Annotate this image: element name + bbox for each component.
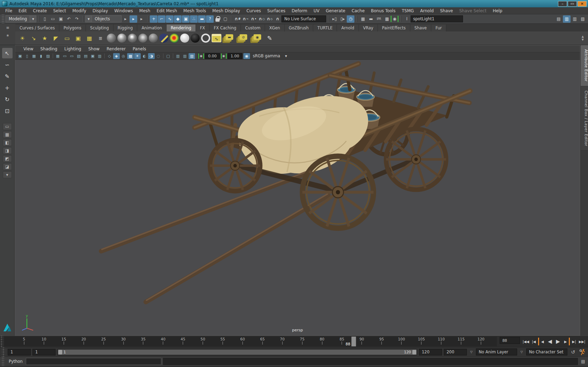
play-backwards-button[interactable]: ◀ [546, 338, 554, 345]
time-ruler[interactable]: 5101520253035404550556065707580859095100… [4, 337, 497, 346]
Fur[interactable]: Fur [431, 24, 446, 31]
Shave[interactable]: Shave [410, 24, 432, 31]
timeline-tick-120[interactable]: 120 [477, 337, 484, 345]
timeline-tick-5[interactable]: 5 [23, 337, 25, 345]
exposure-value[interactable]: 0.00 [205, 53, 220, 59]
four-pane-layout-button[interactable]: ▦ [3, 131, 12, 138]
shading-map-icon[interactable] [170, 34, 179, 43]
light-editor-icon[interactable]: ≣ [96, 33, 105, 43]
safe-action-icon[interactable]: ▣ [89, 53, 96, 59]
timeline-tick-15[interactable]: 15 [61, 337, 66, 345]
textured-icon[interactable]: ▩ [127, 53, 134, 59]
Channel Box / Layer Editor[interactable]: Channel Box / Layer Editor [581, 86, 588, 151]
move-tool-icon[interactable]: + [2, 82, 13, 93]
surface-shader-icon[interactable] [180, 34, 189, 43]
File[interactable]: File [2, 8, 15, 13]
wireframe-on-shaded-icon[interactable]: ◎ [120, 53, 127, 59]
Show[interactable]: Show [85, 46, 103, 51]
gear-icon[interactable]: ∗ [5, 33, 11, 38]
show-hide-ui-icon[interactable]: ▤ [555, 15, 563, 23]
restore-button[interactable]: ▭ [568, 1, 577, 7]
volume-light-icon[interactable]: ▣ [73, 33, 83, 43]
Cache[interactable]: Cache [348, 8, 368, 13]
chevron-down-icon[interactable]: ▽ [519, 350, 524, 354]
character-set-selector[interactable]: No Character Set [526, 348, 567, 355]
rename-field-icon[interactable]: I [403, 15, 411, 23]
phonge-material-icon[interactable] [138, 34, 147, 43]
Shave Select[interactable]: Shave Select [456, 8, 490, 13]
snap-to-projected-center-icon[interactable]: ∩○ [258, 15, 265, 23]
Curves[interactable]: Curves [243, 8, 264, 13]
Help[interactable]: Help [490, 8, 505, 13]
select-object-icon[interactable]: ▸ [130, 15, 137, 23]
wireframe-icon[interactable]: ◇ [106, 53, 113, 59]
close-button[interactable]: × [578, 1, 587, 7]
animation-end-field[interactable]: 200 [444, 349, 467, 355]
timeline-tick-30[interactable]: 30 [121, 337, 126, 345]
Select[interactable]: Select [50, 8, 69, 13]
blinn-material-icon[interactable] [117, 34, 126, 43]
render-current-frame-icon[interactable]: ▬ [367, 15, 375, 23]
render-view-icon[interactable]: ▦ [359, 15, 367, 23]
current-frame-field[interactable] [500, 337, 520, 344]
playback-end-field[interactable]: 120 [419, 349, 442, 355]
Shave[interactable]: Shave [437, 8, 456, 13]
render-settings-icon[interactable]: ▩ [383, 15, 391, 23]
chevron-down-icon[interactable]: ▽ [469, 350, 474, 354]
persp-uv-layout-button[interactable]: ◪ [3, 163, 12, 170]
FX[interactable]: FX [196, 24, 210, 31]
xray-active-icon[interactable]: ▥ [189, 53, 195, 59]
shelf-overflow-arrows[interactable]: ▲ ▼ [582, 35, 586, 41]
timeline-tick-105[interactable]: 105 [418, 337, 425, 345]
TSMG[interactable]: TSMG [399, 8, 417, 13]
range-slider[interactable]: 1 120 [57, 349, 417, 355]
Shading[interactable]: Shading [37, 46, 61, 51]
object-name-input[interactable] [411, 15, 463, 22]
go-to-start-button[interactable]: |◀◀ [522, 338, 530, 345]
animation-start-field[interactable]: 1 [8, 349, 31, 355]
step-back-key-button[interactable]: ◀ [538, 338, 546, 345]
TURTLE[interactable]: TURTLE [313, 24, 337, 31]
lock-camera-icon[interactable]: ▯ [24, 53, 30, 59]
go-to-end-button[interactable]: ▶▶| [578, 338, 586, 345]
Generate[interactable]: Generate [323, 8, 348, 13]
Sculpting[interactable]: Sculpting [86, 24, 113, 31]
toggle-layer-render-icon[interactable]: ◉ [253, 34, 261, 40]
toolbar-grip[interactable] [1, 14, 5, 23]
screen-space-ao-icon[interactable]: ◑ [148, 53, 155, 59]
hypershade-icon[interactable]: ∿ [212, 34, 221, 42]
timeline-tick-35[interactable]: 35 [141, 337, 146, 345]
use-background-icon[interactable] [191, 34, 200, 43]
selection-mode-selector[interactable]: ▾ Objects [85, 15, 122, 22]
VRay[interactable]: VRay [359, 24, 378, 31]
Animation[interactable]: Animation [137, 24, 167, 31]
Lighting[interactable]: Lighting [61, 46, 85, 51]
input-connections-icon[interactable]: ▸▯ [331, 15, 338, 23]
snap-to-curve-icon[interactable]: ∩~ [242, 15, 249, 23]
persp-outliner-layout-button[interactable]: ◧ [3, 139, 12, 146]
timeline-tick-85[interactable]: 85 [340, 337, 344, 345]
open-scene-icon[interactable]: ▭ [49, 15, 57, 23]
timeline-tick-80[interactable]: 80 [320, 337, 324, 345]
select-joints-mask-icon[interactable]: ⌐ [158, 15, 166, 23]
timeline-tick-45[interactable]: 45 [181, 337, 185, 345]
timeline-tick-25[interactable]: 25 [101, 337, 106, 345]
redo-icon[interactable]: ↷ [73, 15, 81, 23]
new-scene-icon[interactable]: ▯ [41, 15, 49, 23]
xray-icon[interactable]: ▥ [175, 53, 181, 59]
persp-graph-layout-button[interactable]: ◨ [3, 147, 12, 154]
range-start-handle[interactable] [58, 350, 62, 354]
point-light-icon[interactable]: ★ [40, 33, 50, 43]
timeline-tick-100[interactable]: 100 [398, 337, 405, 345]
sidebar-layout-icon[interactable]: ▥ [563, 15, 571, 23]
shelf-menu-icon[interactable]: ≡ [5, 25, 11, 30]
range-end-handle[interactable] [412, 350, 416, 354]
Bonus Tools[interactable]: Bonus Tools [368, 8, 398, 13]
viewport-3d-scene[interactable]: y persp [15, 60, 580, 335]
use-all-lights-icon[interactable]: ☀ [134, 53, 141, 59]
ambient-light-icon[interactable]: ☀ [17, 33, 27, 43]
paint-select-tool-icon[interactable]: ✎ [2, 71, 13, 81]
select-meshes-mask-icon[interactable]: ▣ [182, 15, 190, 23]
select-tool-icon[interactable]: ↖ [2, 48, 13, 58]
timeline-tick-110[interactable]: 110 [438, 337, 445, 345]
